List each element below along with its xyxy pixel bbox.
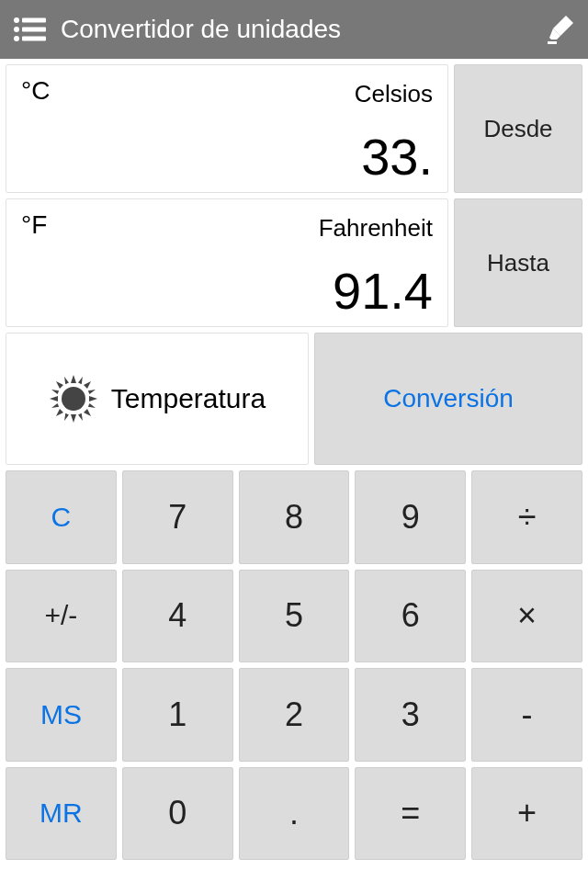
svg-marker-19 <box>78 413 85 422</box>
category-row: Temperatura Conversión <box>0 333 588 470</box>
svg-marker-14 <box>56 409 63 416</box>
conversion-panels: °C Celsios 33. Desde °F Fahrenheit 91.4 … <box>0 59 588 333</box>
category-card[interactable]: Temperatura <box>6 333 309 465</box>
svg-rect-1 <box>22 18 46 23</box>
highlighter-icon[interactable] <box>548 14 575 45</box>
key-decimal[interactable]: . <box>239 767 350 861</box>
category-label: Temperatura <box>111 383 266 414</box>
svg-marker-22 <box>51 388 59 394</box>
from-unit-name: Celsios <box>355 80 433 108</box>
key-8[interactable]: 8 <box>239 470 350 564</box>
svg-marker-10 <box>50 396 58 401</box>
key-2[interactable]: 2 <box>239 668 350 762</box>
key-0[interactable]: 0 <box>122 767 233 861</box>
svg-marker-20 <box>62 413 69 422</box>
svg-marker-12 <box>56 381 63 389</box>
svg-rect-5 <box>22 37 46 41</box>
keypad: C 7 8 9 ÷ +/- 4 5 6 × MS 1 2 3 - MR 0 . … <box>0 470 588 865</box>
to-unit-symbol: °F <box>21 210 47 240</box>
svg-marker-13 <box>84 381 91 389</box>
svg-point-7 <box>62 387 85 411</box>
from-row: °C Celsios 33. Desde <box>6 64 582 193</box>
svg-marker-15 <box>84 409 91 416</box>
svg-marker-23 <box>62 376 69 384</box>
svg-marker-16 <box>78 376 85 384</box>
svg-point-0 <box>14 17 19 23</box>
key-4[interactable]: 4 <box>122 570 233 663</box>
from-unit-symbol: °C <box>21 76 50 106</box>
key-1[interactable]: 1 <box>122 668 233 762</box>
svg-marker-17 <box>88 388 96 394</box>
from-value: 33. <box>21 131 433 183</box>
from-select-button[interactable]: Desde <box>454 64 582 193</box>
key-negate[interactable]: +/- <box>6 570 117 663</box>
svg-marker-21 <box>51 403 59 410</box>
key-6[interactable]: 6 <box>355 570 466 663</box>
key-add[interactable]: + <box>471 767 582 861</box>
key-5[interactable]: 5 <box>239 570 350 663</box>
sun-icon <box>49 374 98 424</box>
app-header: Convertidor de unidades <box>0 0 588 59</box>
key-subtract[interactable]: - <box>471 668 582 762</box>
key-equals[interactable]: = <box>355 767 466 861</box>
svg-marker-8 <box>71 375 76 383</box>
to-row: °F Fahrenheit 91.4 Hasta <box>6 198 582 327</box>
svg-marker-11 <box>89 396 97 401</box>
svg-marker-9 <box>71 414 76 423</box>
header-title: Convertidor de unidades <box>61 15 548 44</box>
menu-icon[interactable] <box>13 17 46 42</box>
key-divide[interactable]: ÷ <box>471 470 582 564</box>
svg-rect-6 <box>548 41 557 44</box>
key-memory-recall[interactable]: MR <box>6 767 117 861</box>
key-clear[interactable]: C <box>6 470 117 564</box>
key-memory-store[interactable]: MS <box>6 668 117 762</box>
svg-rect-3 <box>22 28 46 32</box>
svg-marker-18 <box>88 403 96 410</box>
to-unit-name: Fahrenheit <box>319 214 433 243</box>
key-multiply[interactable]: × <box>471 570 582 663</box>
svg-point-4 <box>14 36 19 41</box>
to-card[interactable]: °F Fahrenheit 91.4 <box>6 198 448 327</box>
key-9[interactable]: 9 <box>355 470 466 564</box>
svg-point-2 <box>14 27 19 32</box>
from-card[interactable]: °C Celsios 33. <box>6 64 448 193</box>
to-value: 91.4 <box>21 266 433 317</box>
to-select-button[interactable]: Hasta <box>454 198 582 327</box>
conversion-button[interactable]: Conversión <box>314 333 582 465</box>
key-7[interactable]: 7 <box>122 470 233 564</box>
key-3[interactable]: 3 <box>355 668 466 762</box>
